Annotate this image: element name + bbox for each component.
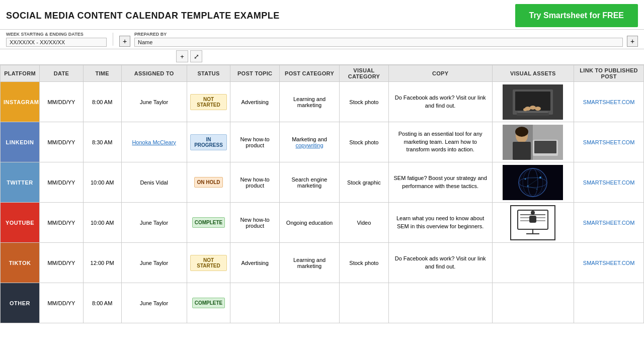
link-cell[interactable]: SMARTSHEET.COM xyxy=(574,122,644,162)
resize-toolbar-button[interactable]: ⤢ xyxy=(190,50,202,62)
platform-cell: TIKTOK xyxy=(1,243,40,283)
copywriting-link[interactable]: copywriting xyxy=(296,142,324,148)
post-topic-cell: New how-to product xyxy=(230,203,280,243)
published-post-link[interactable]: SMARTSHEET.COM xyxy=(583,260,634,266)
table-row: YOUTUBEMM/DD/YY10:00 AMJune TaylorCOMPLE… xyxy=(1,203,644,243)
week-value: XX/XX/XX - XX/XX/XX xyxy=(6,38,107,47)
status-badge: ON HOLD xyxy=(194,177,222,188)
post-topic-cell xyxy=(230,283,280,323)
platform-cell: INSTAGRAM xyxy=(1,82,40,122)
svg-point-13 xyxy=(515,127,528,137)
link-cell[interactable]: SMARTSHEET.COM xyxy=(574,243,644,283)
status-cell: COMPLETE xyxy=(187,203,230,243)
add-column-button[interactable]: + xyxy=(119,36,130,47)
assigned-cell: June Taylor xyxy=(121,203,187,243)
copy-cell: Do Facebook ads work? Visit our link and… xyxy=(388,243,492,283)
date-cell: MM/DD/YY xyxy=(40,162,84,203)
copy-cell: SEM fatigue? Boost your strategy and per… xyxy=(388,162,492,203)
add-row-toolbar-button[interactable]: + xyxy=(176,50,188,62)
prepared-label: PREPARED BY xyxy=(134,32,623,37)
table-row: TIKTOKMM/DD/YY12:00 PMJune TaylorNOT STA… xyxy=(1,243,644,283)
date-cell: MM/DD/YY xyxy=(40,283,84,323)
copy-cell: Do Facebook ads work? Visit our link and… xyxy=(388,82,492,122)
visual-assets-cell xyxy=(492,283,574,323)
svg-point-7 xyxy=(535,107,541,111)
col-copy: COPY xyxy=(388,65,492,82)
week-label: WEEK STARTING & ENDING DATES xyxy=(6,32,107,37)
assigned-cell: June Taylor xyxy=(121,82,187,122)
cta-button[interactable]: Try Smartsheet for FREE xyxy=(515,4,638,27)
visual-woman-photo xyxy=(503,125,563,160)
table-row: TWITTERMM/DD/YY10:00 AMDenis VidalON HOL… xyxy=(1,162,644,203)
published-post-link[interactable]: SMARTSHEET.COM xyxy=(583,220,634,226)
visual-category-cell: Stock photo xyxy=(340,82,389,122)
platform-cell: YOUTUBE xyxy=(1,203,40,243)
toolbar-row: + ⤢ xyxy=(0,49,644,65)
published-post-link[interactable]: SMARTSHEET.COM xyxy=(583,99,634,105)
col-post-category: POST CATEGORY xyxy=(279,65,339,82)
time-cell: 12:00 PM xyxy=(83,243,121,283)
table-row: LINKEDINMM/DD/YY8:30 AMHonoka McClearyIN… xyxy=(1,122,644,162)
status-badge: IN PROGRESS xyxy=(190,134,227,150)
status-cell: ON HOLD xyxy=(187,162,230,203)
date-cell: MM/DD/YY xyxy=(40,243,84,283)
visual-laptop-photo xyxy=(503,84,563,120)
assigned-cell[interactable]: Honoka McCleary xyxy=(121,122,187,162)
col-platform: PLATFORM xyxy=(1,65,40,82)
visual-category-cell: Stock photo xyxy=(340,122,389,162)
date-cell: MM/DD/YY xyxy=(40,203,84,243)
col-date: DATE xyxy=(40,65,84,82)
svg-point-8 xyxy=(523,108,527,111)
post-topic-cell: Advertising xyxy=(230,82,280,122)
date-cell: MM/DD/YY xyxy=(40,82,84,122)
meta-bar: WEEK STARTING & ENDING DATES XX/XX/XX - … xyxy=(0,30,644,49)
time-cell: 10:00 AM xyxy=(83,162,121,203)
visual-assets-cell xyxy=(492,82,574,122)
post-category-cell: Marketing and copywriting xyxy=(279,122,339,162)
assigned-cell: June Taylor xyxy=(121,243,187,283)
post-category-cell xyxy=(279,283,339,323)
post-category-cell: Learning and marketing xyxy=(279,243,339,283)
col-assigned: ASSIGNED TO xyxy=(121,65,187,82)
time-cell: 8:00 AM xyxy=(83,283,121,323)
prepared-value: Name xyxy=(134,38,623,47)
assigned-cell: Denis Vidal xyxy=(121,162,187,203)
prepared-section: PREPARED BY Name xyxy=(134,32,623,47)
time-cell: 8:00 AM xyxy=(83,82,121,122)
assigned-link[interactable]: Honoka McCleary xyxy=(132,139,176,145)
visual-category-cell: Stock photo xyxy=(340,243,389,283)
visual-category-cell: Stock graphic xyxy=(340,162,389,203)
visual-icon xyxy=(510,205,555,240)
svg-point-35 xyxy=(531,211,535,215)
page-title: SOCIAL MEDIA CONTENT CALENDAR TEMPLATE E… xyxy=(6,11,280,21)
post-category-cell: Ongoing education xyxy=(279,203,339,243)
table-row: INSTAGRAMMM/DD/YY8:00 AMJune TaylorNOT S… xyxy=(1,82,644,122)
status-badge: COMPLETE xyxy=(192,298,225,308)
copy-cell: Posting is an essential tool for any mar… xyxy=(388,122,492,162)
col-time: TIME xyxy=(83,65,121,82)
date-cell: MM/DD/YY xyxy=(40,122,84,162)
add-row-button[interactable]: + xyxy=(627,36,638,47)
meta-divider xyxy=(113,33,113,46)
published-post-link[interactable]: SMARTSHEET.COM xyxy=(583,139,634,145)
platform-cell: LINKEDIN xyxy=(1,122,40,162)
svg-rect-4 xyxy=(517,113,549,116)
published-post-link[interactable]: SMARTSHEET.COM xyxy=(583,179,634,186)
svg-rect-12 xyxy=(513,142,531,160)
status-cell: NOT STARTED xyxy=(187,82,230,122)
post-category-cell: Search engine marketing xyxy=(279,162,339,203)
link-cell[interactable]: SMARTSHEET.COM xyxy=(574,203,644,243)
platform-cell: OTHER xyxy=(1,283,40,323)
status-cell: NOT STARTED xyxy=(187,243,230,283)
status-badge: NOT STARTED xyxy=(190,255,227,271)
link-cell[interactable]: SMARTSHEET.COM xyxy=(574,82,644,122)
visual-category-cell xyxy=(340,283,389,323)
time-cell: 8:30 AM xyxy=(83,122,121,162)
platform-cell: TWITTER xyxy=(1,162,40,203)
col-post-topic: POST TOPIC xyxy=(230,65,280,82)
status-badge: NOT STARTED xyxy=(190,94,227,110)
link-cell[interactable]: SMARTSHEET.COM xyxy=(574,162,644,203)
svg-rect-36 xyxy=(529,216,536,223)
visual-category-cell: Video xyxy=(340,203,389,243)
post-topic-cell: Advertising xyxy=(230,243,280,283)
